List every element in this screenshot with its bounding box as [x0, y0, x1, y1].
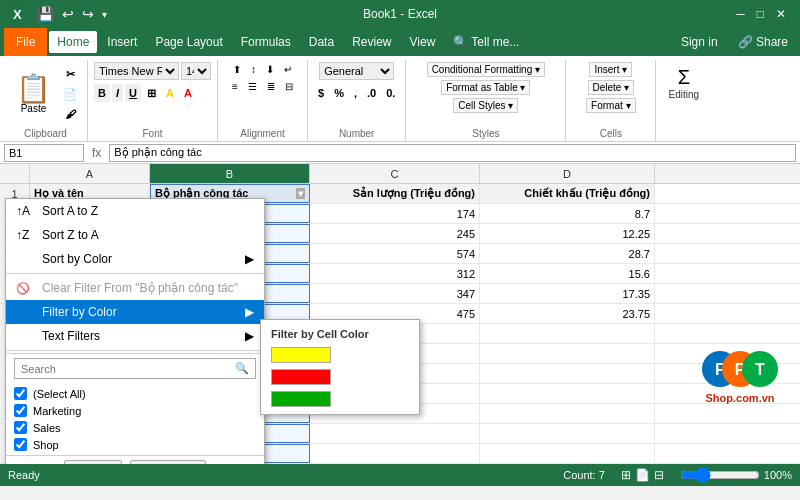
- green-swatch: [271, 391, 331, 407]
- cell-d5[interactable]: 15.6: [480, 264, 655, 283]
- checkbox-sales-input[interactable]: [14, 421, 27, 434]
- cell-d6[interactable]: 17.35: [480, 284, 655, 303]
- cell-c2[interactable]: 174: [310, 204, 480, 223]
- checkbox-shop[interactable]: Shop: [14, 436, 256, 453]
- conditional-formatting-btn[interactable]: Conditional Formatting ▾: [427, 62, 545, 77]
- currency-btn[interactable]: $: [314, 84, 328, 102]
- undo-quick-btn[interactable]: ↩: [60, 4, 76, 24]
- left-align-btn[interactable]: ≡: [228, 79, 242, 94]
- redo-quick-btn[interactable]: ↪: [80, 4, 96, 24]
- filter-color-item[interactable]: Filter by Color ▶: [6, 300, 264, 324]
- number-format-select[interactable]: General: [319, 62, 394, 80]
- col-header-a[interactable]: A: [30, 164, 150, 183]
- checkbox-marketing-input[interactable]: [14, 404, 27, 417]
- paste-icon: 📋: [16, 75, 51, 103]
- menu-formulas[interactable]: Formulas: [233, 31, 299, 53]
- maximize-btn[interactable]: □: [751, 5, 770, 23]
- name-box[interactable]: [4, 144, 84, 162]
- font-size-select[interactable]: 14: [181, 62, 211, 80]
- menu-page-layout[interactable]: Page Layout: [147, 31, 230, 53]
- ok-button[interactable]: OK: [64, 460, 122, 464]
- middle-align-btn[interactable]: ↕: [247, 62, 260, 77]
- menu-review[interactable]: Review: [344, 31, 399, 53]
- save-quick-btn[interactable]: 💾: [35, 4, 56, 24]
- underline-btn[interactable]: U: [125, 84, 141, 102]
- right-align-btn[interactable]: ≣: [263, 79, 279, 94]
- cell-c1[interactable]: Sản lượng (Triệu đồng): [310, 184, 480, 203]
- menu-data[interactable]: Data: [301, 31, 342, 53]
- cell-styles-btn[interactable]: Cell Styles ▾: [453, 98, 518, 113]
- decrease-decimal-btn[interactable]: 0.: [382, 84, 399, 102]
- sort-az-item[interactable]: ↑A Sort A to Z: [6, 199, 264, 223]
- center-align-btn[interactable]: ☰: [244, 79, 261, 94]
- format-table-btn[interactable]: Format as Table ▾: [441, 80, 530, 95]
- col-header-b[interactable]: B: [150, 164, 310, 183]
- menu-home[interactable]: Home: [49, 31, 97, 53]
- paste-button[interactable]: 📋 Paste: [10, 73, 57, 116]
- font-color-btn[interactable]: A: [180, 84, 196, 102]
- col-header-c[interactable]: C: [310, 164, 480, 183]
- top-align-btn[interactable]: ⬆: [229, 62, 245, 77]
- wrap-text-btn[interactable]: ↵: [280, 62, 296, 77]
- checkbox-sales[interactable]: Sales: [14, 419, 256, 436]
- cell-d4[interactable]: 28.7: [480, 244, 655, 263]
- clear-filter-item[interactable]: 🚫 Clear Filter From "Bộ phận công tác": [6, 276, 264, 300]
- cut-btn[interactable]: ✂: [59, 65, 81, 83]
- page-layout-btn[interactable]: 📄: [635, 468, 650, 482]
- bold-btn[interactable]: B: [94, 84, 110, 102]
- merge-btn[interactable]: ⊟: [281, 79, 297, 94]
- col-header-d[interactable]: D: [480, 164, 655, 183]
- checkbox-marketing[interactable]: Marketing: [14, 402, 256, 419]
- border-btn[interactable]: ⊞: [143, 84, 160, 102]
- customize-quick-btn[interactable]: ▾: [100, 7, 109, 22]
- color-item-green[interactable]: [261, 388, 419, 410]
- menu-file[interactable]: File: [4, 28, 47, 56]
- copy-btn[interactable]: 📄: [59, 85, 81, 103]
- color-item-yellow[interactable]: [261, 344, 419, 366]
- number-row2: $ % , .0 0.: [314, 84, 399, 102]
- menu-view[interactable]: View: [402, 31, 444, 53]
- comma-btn[interactable]: ,: [350, 84, 361, 102]
- cell-c4[interactable]: 574: [310, 244, 480, 263]
- checkbox-shop-input[interactable]: [14, 438, 27, 451]
- cell-d1[interactable]: Chiết khấu (Triệu đồng): [480, 184, 655, 203]
- cell-c6[interactable]: 347: [310, 284, 480, 303]
- bottom-align-btn[interactable]: ⬇: [262, 62, 278, 77]
- normal-view-btn[interactable]: ⊞: [621, 468, 631, 482]
- cell-d2[interactable]: 8.7: [480, 204, 655, 223]
- cell-c5[interactable]: 312: [310, 264, 480, 283]
- cancel-button[interactable]: Cancel: [130, 460, 206, 464]
- sort-za-item[interactable]: ↑Z Sort Z to A: [6, 223, 264, 247]
- format-painter-btn[interactable]: 🖌: [59, 105, 81, 123]
- fill-color-btn[interactable]: A: [162, 84, 178, 102]
- cell-c3[interactable]: 245: [310, 224, 480, 243]
- sort-color-item[interactable]: Sort by Color ▶: [6, 247, 264, 271]
- font-name-select[interactable]: Times New R: [94, 62, 179, 80]
- minimize-btn[interactable]: ─: [730, 5, 751, 23]
- filter-dropdown-icon[interactable]: ▾: [296, 188, 305, 199]
- cell-d7[interactable]: 23.75: [480, 304, 655, 323]
- cell-d3[interactable]: 12.25: [480, 224, 655, 243]
- increase-decimal-btn[interactable]: .0: [363, 84, 380, 102]
- format-cells-btn[interactable]: Format ▾: [586, 98, 635, 113]
- checkbox-select-all-input[interactable]: [14, 387, 27, 400]
- close-btn[interactable]: ✕: [770, 5, 792, 23]
- cells-content: Insert ▾ Delete ▾ Format ▾: [572, 62, 649, 126]
- percent-btn[interactable]: %: [330, 84, 348, 102]
- dialog-buttons: OK Cancel: [6, 455, 264, 464]
- menu-signin[interactable]: Sign in: [673, 31, 726, 53]
- page-break-btn[interactable]: ⊟: [654, 468, 664, 482]
- insert-cells-btn[interactable]: Insert ▾: [589, 62, 632, 77]
- italic-btn[interactable]: I: [112, 84, 123, 102]
- color-item-red[interactable]: [261, 366, 419, 388]
- text-filters-item[interactable]: Text Filters ▶: [6, 324, 264, 348]
- checkbox-select-all[interactable]: (Select All): [14, 385, 256, 402]
- fpt-logo: F P T Shop.com.vn: [700, 347, 780, 404]
- menu-share[interactable]: 🔗 Share: [730, 31, 796, 53]
- menu-tell-me[interactable]: 🔍Tell me...: [445, 31, 527, 53]
- search-input[interactable]: [21, 363, 231, 375]
- menu-insert[interactable]: Insert: [99, 31, 145, 53]
- delete-cells-btn[interactable]: Delete ▾: [588, 80, 635, 95]
- user-actions: Sign in 🔗 Share: [673, 31, 796, 53]
- zoom-slider[interactable]: [680, 467, 760, 483]
